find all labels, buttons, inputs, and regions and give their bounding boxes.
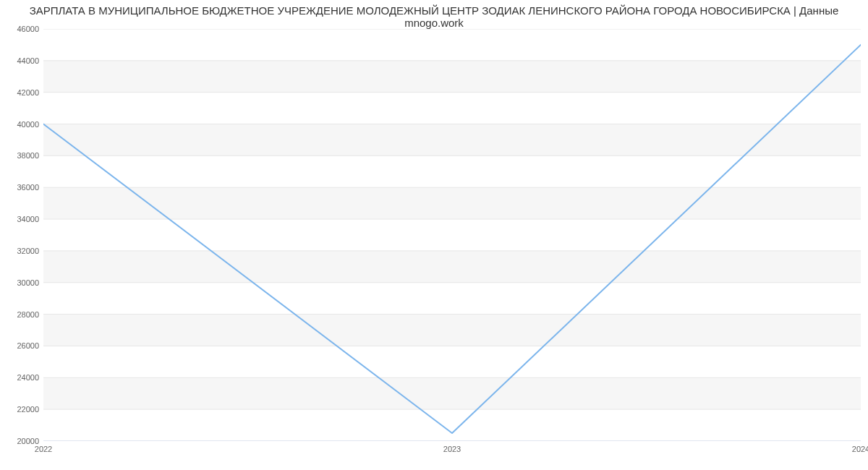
y-tick-label: 22000 — [3, 405, 39, 414]
y-tick-label: 42000 — [3, 88, 39, 97]
y-tick-label: 34000 — [3, 215, 39, 223]
y-tick-label: 26000 — [3, 341, 39, 350]
svg-rect-3 — [43, 187, 861, 219]
y-tick-label: 20000 — [3, 437, 39, 445]
svg-rect-0 — [43, 377, 861, 409]
x-tick-label: 2022 — [35, 445, 52, 453]
chart-container: ЗАРПЛАТА В МУНИЦИПАЛЬНОЕ БЮДЖЕТНОЕ УЧРЕЖ… — [0, 0, 868, 470]
svg-rect-4 — [43, 124, 861, 156]
y-tick-label: 40000 — [3, 120, 39, 129]
y-tick-label: 38000 — [3, 151, 39, 160]
x-tick-label: 2023 — [443, 445, 461, 453]
svg-rect-1 — [43, 315, 861, 346]
y-tick-label: 28000 — [3, 310, 39, 319]
y-tick-label: 24000 — [3, 373, 39, 382]
plot-svg — [43, 29, 861, 441]
y-tick-label: 44000 — [3, 56, 39, 65]
y-tick-label: 36000 — [3, 183, 39, 192]
chart-title: ЗАРПЛАТА В МУНИЦИПАЛЬНОЕ БЮДЖЕТНОЕ УЧРЕЖ… — [0, 4, 868, 29]
svg-rect-2 — [43, 251, 861, 283]
y-tick-label: 46000 — [3, 25, 39, 33]
plot-area — [43, 29, 861, 441]
y-tick-label: 30000 — [3, 278, 39, 287]
svg-rect-5 — [43, 61, 861, 93]
y-tick-label: 32000 — [3, 247, 39, 255]
x-tick-label: 2024 — [852, 445, 868, 453]
